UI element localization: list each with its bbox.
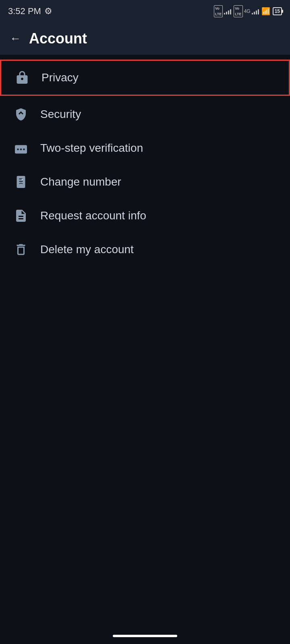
svg-point-3 [23, 149, 25, 151]
menu-item-delete-account[interactable]: Delete my account [0, 233, 290, 266]
shield-icon [13, 106, 29, 122]
signal-block-1: VoLTE [214, 5, 231, 17]
svg-point-1 [17, 149, 19, 151]
volte-badge-1: VoLTE [214, 5, 223, 17]
page-header: ← Account [0, 23, 290, 55]
signal-bars-2 [252, 8, 259, 14]
menu-item-change-number[interactable]: Change number [0, 165, 290, 199]
page-title: Account [29, 30, 87, 47]
menu-item-two-step[interactable]: Two-step verification [0, 131, 290, 165]
back-button[interactable]: ← [10, 32, 21, 45]
trash-icon [13, 242, 29, 258]
phone-edit-icon [13, 174, 29, 190]
status-bar: 3:52 PM ⚙ VoLTE VoLTE 4G 📶 [0, 0, 290, 23]
account-menu-list: Privacy Security Two-step verification [0, 55, 290, 270]
battery-indicator: 15 [273, 7, 282, 15]
two-step-label: Two-step verification [40, 142, 143, 155]
status-icons-area: VoLTE VoLTE 4G 📶 15 [214, 5, 282, 17]
menu-item-privacy[interactable]: Privacy [0, 60, 290, 96]
gear-icon: ⚙ [44, 6, 52, 17]
4g-label: 4G [244, 8, 251, 14]
battery-level: 15 [275, 8, 280, 14]
security-label: Security [40, 108, 81, 121]
time-display: 3:52 PM [8, 6, 41, 17]
document-icon [13, 208, 29, 224]
signal-block-2: VoLTE 4G [234, 5, 259, 17]
nav-bar [0, 628, 290, 644]
request-info-label: Request account info [40, 209, 146, 222]
menu-item-security[interactable]: Security [0, 97, 290, 131]
lock-icon [14, 70, 30, 86]
dots-icon [13, 140, 29, 156]
signal-bars-1 [224, 8, 231, 14]
delete-account-label: Delete my account [40, 243, 134, 256]
change-number-label: Change number [40, 175, 121, 188]
wifi-icon: 📶 [261, 7, 270, 16]
menu-item-request-info[interactable]: Request account info [0, 199, 290, 233]
nav-indicator [113, 635, 177, 637]
privacy-label: Privacy [41, 71, 79, 84]
volte-badge-2: VoLTE [234, 5, 242, 17]
svg-point-2 [20, 149, 22, 151]
status-time-area: 3:52 PM ⚙ [8, 6, 52, 17]
svg-rect-4 [17, 176, 25, 188]
